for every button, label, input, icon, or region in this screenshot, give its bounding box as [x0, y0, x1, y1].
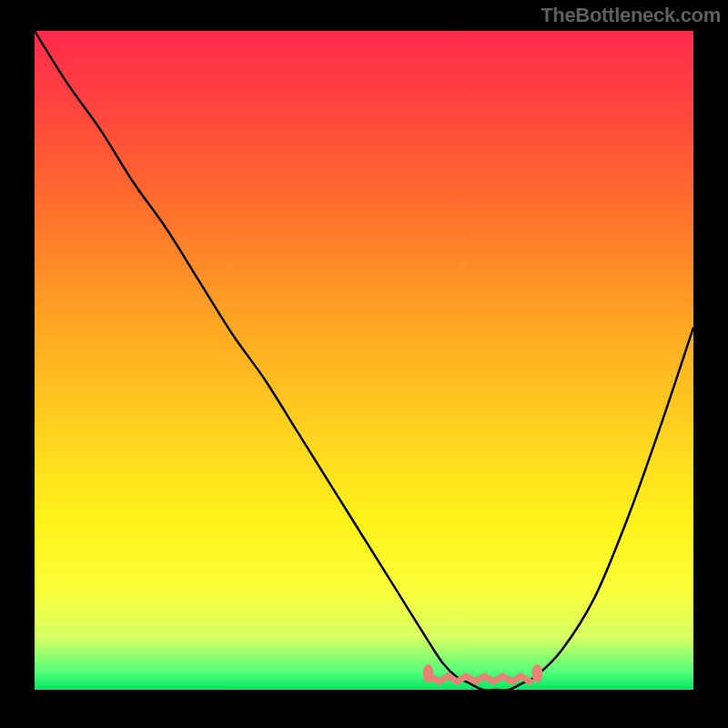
marker-end-blob	[422, 664, 433, 682]
attribution-text: TheBottleneck.com	[541, 4, 721, 27]
bottleneck-curve	[35, 31, 693, 690]
curve-layer	[35, 31, 693, 690]
low-bottleneck-markers	[422, 664, 542, 682]
plot-area	[35, 31, 693, 690]
marker-end-blob	[531, 664, 542, 682]
marker-squiggle	[430, 676, 530, 682]
chart-container: TheBottleneck.com	[0, 0, 728, 728]
